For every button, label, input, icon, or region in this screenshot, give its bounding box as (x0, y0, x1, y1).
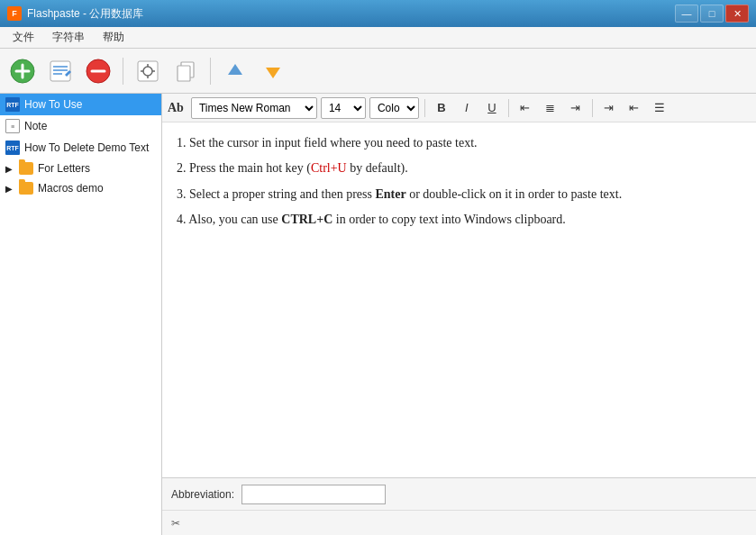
sidebar-label-how-to-delete: How To Delete Demo Text (24, 141, 149, 154)
content-line-1: 1. Set the cursor in input field where y… (177, 133, 742, 153)
underline-button[interactable]: U (481, 97, 503, 119)
align-left-button[interactable]: ⇤ (515, 97, 536, 119)
sidebar-label-macros-demo: Macros demo (38, 182, 104, 195)
menu-help[interactable]: 帮助 (94, 28, 133, 47)
svg-rect-17 (178, 66, 190, 81)
sidebar-item-how-to-use[interactable]: RTF How To Use (0, 94, 161, 115)
format-toolbar: Ab Times New Roman Arial Verdana 14 10 1… (162, 94, 756, 122)
fmt-sep-3 (592, 99, 593, 117)
sidebar-item-note[interactable]: ≡ Note (0, 115, 161, 137)
expand-icon-macros: ▶ (5, 184, 14, 194)
close-button[interactable]: ✕ (725, 5, 749, 23)
menu-strings[interactable]: 字符串 (43, 28, 94, 47)
move-down-button[interactable] (256, 54, 290, 88)
fmt-sep-1 (424, 99, 425, 117)
rtf-icon-2: RTF (5, 141, 20, 155)
bottom-bar: Abbreviation: (162, 477, 756, 510)
text-content-area: 1. Set the cursor in input field where y… (162, 122, 756, 477)
content-line-4: 4. Also, you can use CTRL+C in order to … (177, 210, 742, 230)
note-icon: ≡ (5, 119, 20, 133)
size-selector[interactable]: 14 10 12 16 18 (321, 97, 366, 119)
add-button[interactable] (5, 54, 40, 88)
folder-icon-macros (19, 182, 33, 195)
sidebar-item-how-to-delete[interactable]: RTF How To Delete Demo Text (0, 137, 161, 159)
hotkey-ctrl-u: Ctrl+U (311, 161, 347, 175)
delete-button[interactable] (81, 54, 115, 88)
folder-icon-letters (19, 162, 33, 175)
outdent-button[interactable]: ⇤ (624, 97, 645, 119)
separator-1 (123, 58, 123, 85)
enter-bold: Enter (375, 187, 405, 201)
indent-button[interactable]: ⇥ (598, 97, 620, 119)
move-up-button[interactable] (218, 54, 252, 88)
separator-2 (210, 58, 211, 85)
edit-button[interactable] (43, 54, 77, 88)
fmt-sep-2 (508, 99, 509, 117)
menubar: 文件 字符串 帮助 (0, 27, 756, 49)
minimize-button[interactable]: — (675, 5, 698, 23)
sidebar-item-for-letters[interactable]: ▶ For Letters (0, 159, 161, 178)
status-bar: ✂ (162, 510, 756, 535)
align-right-button[interactable]: ⇥ (565, 97, 587, 119)
font-selector[interactable]: Times New Roman Arial Verdana (191, 97, 317, 119)
properties-button[interactable] (131, 54, 165, 88)
app-icon: F (7, 6, 22, 21)
sidebar-label-for-letters: For Letters (38, 162, 90, 175)
ab-label: Ab (168, 101, 184, 115)
content-panel: Ab Times New Roman Arial Verdana 14 10 1… (162, 94, 756, 535)
ctrl-c-bold: CTRL+C (281, 213, 332, 226)
menu-file[interactable]: 文件 (4, 28, 43, 47)
maximize-button[interactable]: □ (700, 5, 724, 23)
italic-button[interactable]: I (456, 97, 478, 119)
svg-marker-18 (228, 64, 242, 75)
abbreviation-input[interactable] (241, 485, 386, 504)
sidebar: RTF How To Use ≡ Note RTF How To Delete … (0, 94, 162, 535)
scissors-icon: ✂ (171, 517, 180, 530)
copy-button[interactable] (169, 54, 203, 88)
list-button[interactable]: ☰ (649, 97, 670, 119)
sidebar-item-macros-demo[interactable]: ▶ Macros demo (0, 178, 161, 198)
window-title: Flashpaste - 公用数据库 (27, 6, 143, 22)
titlebar: F Flashpaste - 公用数据库 — □ ✕ (0, 0, 756, 27)
toolbar (0, 49, 756, 94)
bold-button[interactable]: B (431, 97, 452, 119)
content-line-3: 3. Select a proper string and then press… (177, 185, 742, 204)
window-controls: — □ ✕ (675, 5, 749, 23)
rtf-icon: RTF (5, 97, 20, 112)
sidebar-label-how-to-use: How To Use (24, 98, 82, 111)
sidebar-label-note: Note (24, 120, 47, 132)
svg-marker-19 (266, 68, 280, 78)
abbreviation-label: Abbreviation: (171, 488, 234, 501)
content-line-2: 2. Press the main hot key (Ctrl+U by def… (177, 159, 742, 178)
align-center-button[interactable]: ≣ (540, 97, 561, 119)
svg-rect-3 (50, 61, 70, 81)
expand-icon-letters: ▶ (5, 164, 14, 174)
main-area: RTF How To Use ≡ Note RTF How To Delete … (0, 94, 756, 535)
color-selector[interactable]: Color Red Blue Black (369, 97, 419, 119)
